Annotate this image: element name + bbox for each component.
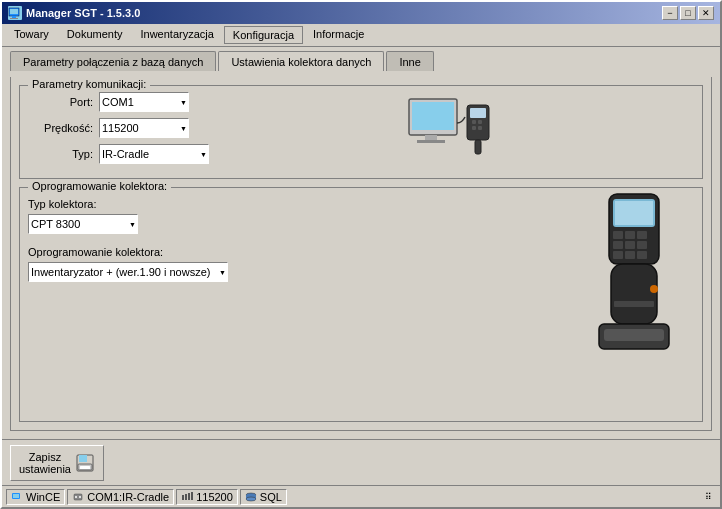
scanner-device-icon <box>579 189 689 359</box>
group-software: Oprogramowanie kolektora: Typ kolektora:… <box>19 187 703 422</box>
sql-icon <box>245 491 257 503</box>
group-software-title: Oprogramowanie kolektora: <box>28 180 171 192</box>
svg-rect-11 <box>478 120 482 124</box>
svg-rect-9 <box>470 108 486 118</box>
svg-rect-23 <box>637 241 647 249</box>
svg-rect-31 <box>614 301 654 307</box>
port-select[interactable]: COM1 COM2 COM3 COM4 <box>99 92 189 112</box>
menu-bar: Towary Dokumenty Inwentaryzacja Konfigur… <box>2 24 720 46</box>
menu-informacje[interactable]: Informacje <box>305 26 372 44</box>
svg-rect-21 <box>613 241 623 249</box>
tab-inne[interactable]: Inne <box>386 51 433 71</box>
svg-rect-35 <box>80 466 90 469</box>
svg-rect-18 <box>613 231 623 239</box>
svg-point-40 <box>79 496 81 498</box>
status-sql: SQL <box>240 489 287 505</box>
svg-rect-6 <box>425 135 437 140</box>
svg-rect-27 <box>611 264 657 324</box>
status-resize: ⠿ <box>701 489 716 505</box>
svg-rect-22 <box>625 241 635 249</box>
sub-tab-bar: Parametry połączenia z bazą danych Ustaw… <box>10 51 712 71</box>
close-button[interactable]: ✕ <box>698 6 714 20</box>
maximize-button[interactable]: □ <box>680 6 696 20</box>
comm-device-image <box>209 95 694 167</box>
tab-polaczenia[interactable]: Parametry połączenia z bazą danych <box>10 51 216 71</box>
svg-rect-41 <box>182 495 184 500</box>
save-button-label: Zapisz ustawienia <box>19 451 71 475</box>
svg-rect-14 <box>475 140 481 154</box>
svg-rect-42 <box>185 494 187 500</box>
svg-rect-12 <box>472 126 476 130</box>
svg-rect-26 <box>637 251 647 259</box>
svg-rect-13 <box>478 126 482 130</box>
software-label: Oprogramowanie kolektora: <box>28 246 574 258</box>
type-label: Typ: <box>28 148 93 160</box>
computer-scanner-icon <box>407 95 507 167</box>
svg-rect-33 <box>79 455 87 462</box>
bottom-bar: Zapisz ustawienia <box>2 439 720 485</box>
svg-rect-7 <box>417 140 445 143</box>
menu-inwentaryzacja[interactable]: Inwentaryzacja <box>132 26 221 44</box>
svg-point-39 <box>75 496 77 498</box>
group-comm-params: Parametry komunikacji: Port: COM1 COM2 C… <box>19 85 703 179</box>
device-type-label: Typ kolektora: <box>28 198 574 210</box>
svg-rect-25 <box>625 251 635 259</box>
speed-icon <box>181 491 193 503</box>
speed-label: Prędkość: <box>28 122 93 134</box>
type-select[interactable]: IR-Cradle Bluetooth USB <box>99 144 209 164</box>
menu-konfiguracja[interactable]: Konfiguracja <box>224 26 303 44</box>
status-bar: WinCE COM1:IR-Cradle 115200 <box>2 485 720 507</box>
status-speed: 115200 <box>176 489 238 505</box>
svg-point-47 <box>246 497 256 501</box>
speed-select[interactable]: 9600 19200 38400 57600 115200 <box>99 118 189 138</box>
minimize-button[interactable]: − <box>662 6 678 20</box>
menu-towary[interactable]: Towary <box>6 26 57 44</box>
svg-rect-17 <box>615 201 653 225</box>
svg-point-30 <box>650 285 658 293</box>
svg-rect-10 <box>472 120 476 124</box>
svg-rect-20 <box>637 231 647 239</box>
software-select[interactable]: Inwentaryzator + (wer.1.90 i nowsze) Inw… <box>28 262 228 282</box>
window-title: Manager SGT - 1.5.3.0 <box>26 7 140 19</box>
group-comm-title: Parametry komunikacji: <box>28 78 150 90</box>
status-wince: WinCE <box>6 489 65 505</box>
tab-kolektor[interactable]: Ustawienia kolektora danych <box>218 51 384 71</box>
svg-rect-3 <box>10 18 18 19</box>
save-button[interactable]: Zapisz ustawienia <box>10 445 104 481</box>
svg-rect-29 <box>604 329 664 341</box>
main-window: Manager SGT - 1.5.3.0 − □ ✕ Towary Dokum… <box>0 0 722 509</box>
menu-dokumenty[interactable]: Dokumenty <box>59 26 131 44</box>
svg-rect-37 <box>13 494 19 498</box>
save-icon <box>75 453 95 473</box>
panel-kolektor: Parametry komunikacji: Port: COM1 COM2 C… <box>10 77 712 431</box>
scanner-large-image <box>574 194 694 354</box>
app-icon <box>8 6 22 20</box>
status-com1: COM1:IR-Cradle <box>67 489 174 505</box>
svg-rect-2 <box>12 16 16 18</box>
main-content: Parametry połączenia z bazą danych Ustaw… <box>2 46 720 439</box>
svg-rect-44 <box>191 492 193 500</box>
svg-rect-19 <box>625 231 635 239</box>
port-label: Port: <box>28 96 93 108</box>
svg-rect-5 <box>412 102 454 130</box>
com-icon <box>72 491 84 503</box>
svg-rect-43 <box>188 493 190 500</box>
svg-rect-1 <box>10 9 18 14</box>
svg-rect-24 <box>613 251 623 259</box>
title-bar: Manager SGT - 1.5.3.0 − □ ✕ <box>2 2 720 24</box>
wince-icon <box>11 491 23 503</box>
device-type-select[interactable]: CPT 8300 CPT 8001 CPT 8100 <box>28 214 138 234</box>
